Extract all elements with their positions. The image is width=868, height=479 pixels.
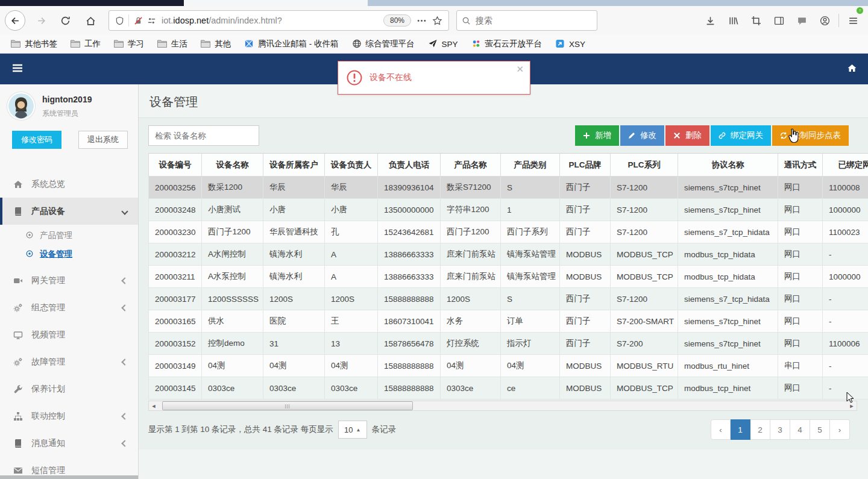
- shield-icon[interactable]: [113, 16, 126, 25]
- scrollbar-thumb[interactable]: |||: [162, 401, 413, 410]
- table-row[interactable]: 20000314904测04测04测1588888888804测04测MODBU…: [149, 355, 868, 377]
- scroll-left-arrow[interactable]: ◄: [149, 401, 159, 410]
- sidebar-item-视频管理[interactable]: 视频管理: [0, 321, 138, 348]
- table-row[interactable]: 2000031450303ce0303ce0303ce1588888888803…: [149, 377, 868, 399]
- column-header[interactable]: 设备所属客户: [263, 154, 325, 177]
- pocket-bubble-icon[interactable]: [790, 11, 813, 30]
- sidebar-subitem-产品管理[interactable]: 产品管理: [0, 226, 138, 245]
- page-button-2[interactable]: 2: [750, 419, 770, 440]
- device-search-input[interactable]: [148, 125, 259, 146]
- library-icon[interactable]: [722, 11, 744, 30]
- sidebar-collapse-icon[interactable]: [12, 63, 23, 75]
- scroll-right-arrow[interactable]: ►: [847, 401, 857, 410]
- page-button-3[interactable]: 3: [770, 419, 790, 440]
- action-button-绑定网关[interactable]: 绑定网关: [711, 125, 771, 146]
- column-header[interactable]: PLC品牌: [560, 154, 611, 177]
- bookmark-label: 萤石云开放平台: [485, 39, 542, 49]
- bookmark-item[interactable]: 腾讯企业邮箱 - 收件箱: [244, 39, 339, 49]
- table-row[interactable]: 200003230西门子1200华辰智通科技孔15243642681西门子120…: [149, 221, 868, 243]
- user-name: hignton2019: [42, 95, 92, 104]
- table-row[interactable]: 2000031771200SSSSSS1200S1200S15888888888…: [149, 288, 868, 310]
- horizontal-scrollbar[interactable]: ◄ ► |||: [148, 401, 857, 411]
- column-header[interactable]: 通讯方式: [778, 154, 823, 177]
- bookmark-item[interactable]: 萤石云开放平台: [471, 39, 542, 49]
- column-header[interactable]: 设备名称: [202, 154, 263, 177]
- home-button[interactable]: [81, 11, 100, 30]
- reload-button[interactable]: [55, 11, 75, 30]
- sidebar-item-保养计划[interactable]: 保养计划: [0, 375, 138, 402]
- bookmark-item[interactable]: 其他: [201, 39, 231, 49]
- sidebar-item-产品设备[interactable]: 产品设备: [0, 198, 138, 225]
- table-row[interactable]: 200003165供水医院王18607310041水务订单西门子S7-200-S…: [149, 310, 868, 333]
- back-button[interactable]: [5, 10, 25, 31]
- sidebar-item-label: 联动控制: [31, 411, 65, 422]
- bookmark-item[interactable]: 学习: [114, 39, 144, 49]
- table-row[interactable]: 200003256数采1200华辰华辰18390936104数采S71200S西…: [149, 177, 868, 199]
- avatar[interactable]: [7, 92, 35, 120]
- page-button-5[interactable]: 5: [810, 419, 830, 440]
- bookmark-item[interactable]: 生活: [157, 39, 187, 49]
- table-row[interactable]: 200003248小唐测试小唐小唐13500000000字符串12001西门子S…: [149, 199, 868, 221]
- column-header[interactable]: 设备负责人: [325, 154, 378, 177]
- column-header[interactable]: 已绑定网关: [823, 154, 868, 177]
- table-header-row: 设备编号设备名称设备所属客户设备负责人负责人电话产品名称产品类别PLC品牌PLC…: [149, 154, 868, 177]
- action-button-新增[interactable]: 新增: [575, 125, 619, 146]
- browser-search-box[interactable]: [456, 10, 597, 31]
- zoom-level-badge[interactable]: 80%: [383, 14, 411, 27]
- table-cell: 镇海泵站管理: [501, 243, 560, 266]
- sidebar-toggle-icon[interactable]: [767, 11, 790, 30]
- forward-button[interactable]: [31, 11, 51, 30]
- app-home-icon[interactable]: [847, 63, 857, 75]
- bookmark-item[interactable]: SPY: [428, 39, 458, 49]
- page-button-1[interactable]: 1: [731, 419, 750, 440]
- change-password-button[interactable]: 修改密码: [12, 131, 61, 149]
- prev-page-button[interactable]: ‹: [711, 419, 731, 440]
- bookmark-item[interactable]: XSY: [555, 39, 585, 49]
- column-header[interactable]: PLC系列: [611, 154, 678, 177]
- alert-close-icon[interactable]: ✕: [516, 64, 524, 75]
- table-cell: 200003248: [149, 199, 202, 221]
- url-bar[interactable]: iot.idosp.net/admin/index.html? 80%: [108, 10, 449, 31]
- column-header[interactable]: 协议名称: [678, 154, 778, 177]
- url-text[interactable]: iot.idosp.net/admin/index.html?: [162, 16, 383, 25]
- bookmark-item[interactable]: 其他书签: [11, 39, 57, 49]
- action-button-删除[interactable]: 删除: [665, 125, 709, 146]
- menu-hamburger-icon[interactable]: ↑: [841, 11, 864, 30]
- next-page-button[interactable]: ›: [830, 419, 850, 440]
- account-icon[interactable]: [813, 11, 836, 30]
- table-row[interactable]: 200003212A水闸控制镇海水利A13886663333庶来门前泵站镇海泵站…: [149, 243, 868, 266]
- table-row[interactable]: 200003211A水泵控制镇海水利A13886663333庶来门前泵站镇海泵站…: [149, 266, 868, 288]
- insecure-lock-icon[interactable]: [131, 16, 145, 25]
- sidebar-item-故障管理[interactable]: 故障管理: [0, 348, 138, 375]
- column-header[interactable]: 负责人电话: [378, 154, 441, 177]
- sidebar-item-消息通知[interactable]: 消息通知: [0, 430, 138, 457]
- bookmark-item[interactable]: 工作: [71, 39, 101, 49]
- logout-button[interactable]: 退出系统: [78, 131, 128, 149]
- table-row[interactable]: 200003152控制demo311315878656478灯控系统指示灯西门子…: [149, 333, 868, 355]
- column-header[interactable]: 产品名称: [441, 154, 501, 177]
- action-button-强制同步点表[interactable]: 强制同步点表: [772, 125, 849, 146]
- page-size-dropdown[interactable]: 10▲: [338, 421, 367, 439]
- bookmark-star-icon[interactable]: [429, 11, 445, 30]
- bookmark-label: 生活: [171, 39, 187, 49]
- browser-search-input[interactable]: [476, 16, 578, 25]
- url-path: /admin/index.html?: [209, 16, 282, 25]
- sidebar-item-组态管理[interactable]: 组态管理: [0, 294, 138, 321]
- column-header[interactable]: 设备编号: [149, 154, 202, 177]
- sidebar-subitem-设备管理[interactable]: 设备管理: [0, 245, 138, 263]
- action-button-修改[interactable]: 修改: [620, 125, 664, 146]
- sidebar-item-网关管理[interactable]: 网关管理: [0, 267, 138, 294]
- sidebar-item-联动控制[interactable]: 联动控制: [0, 402, 138, 430]
- sidebar: hignton2019 系统管理员 修改密码 退出系统 系统总览产品设备产品管理…: [0, 84, 139, 479]
- download-icon[interactable]: [699, 11, 722, 30]
- table-cell: 15888888888: [378, 355, 441, 377]
- sidebar-item-系统总览[interactable]: 系统总览: [0, 171, 138, 198]
- page-button-4[interactable]: 4: [790, 419, 810, 440]
- screenshot-icon[interactable]: [744, 11, 767, 30]
- summary-prefix: 显示第 1 到第 10 条记录，总共 41 条记录 每页显示: [148, 424, 333, 435]
- active-tab-segment[interactable]: [184, 0, 368, 6]
- page-actions-icon[interactable]: [414, 11, 429, 30]
- bookmark-item[interactable]: 综合管理平台: [352, 39, 415, 49]
- permissions-icon[interactable]: [145, 16, 158, 25]
- column-header[interactable]: 产品类别: [501, 154, 560, 177]
